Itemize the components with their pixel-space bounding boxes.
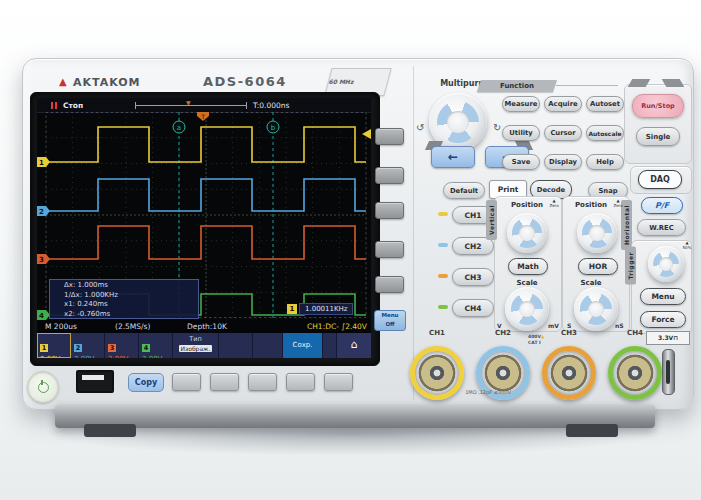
- vertical-scale-label: Scale: [496, 279, 558, 287]
- trace-ch2: [46, 179, 366, 211]
- device-base: [55, 404, 655, 428]
- screen-softkey-1[interactable]: [375, 128, 404, 145]
- menu-type-cell[interactable]: Тип Изображ.: [173, 333, 219, 358]
- ch4-button[interactable]: CH4: [452, 299, 494, 317]
- pass-fail-button[interactable]: P/F: [641, 197, 683, 214]
- probe-comp-terminal[interactable]: [662, 349, 675, 395]
- svg-text:2: 2: [39, 208, 44, 216]
- bnc-ch3-label: CH3: [555, 329, 583, 337]
- svg-text:4: 4: [39, 312, 44, 320]
- ccw-arrow-icon: [416, 122, 424, 133]
- vertical-position-knob[interactable]: [507, 213, 547, 253]
- function-group-label: Function: [477, 80, 557, 92]
- model-number: ADS-6064: [203, 74, 287, 89]
- vertical-zero-label: Zero: [548, 199, 560, 208]
- default-button[interactable]: Default: [443, 182, 485, 199]
- ch4-color-mark: [438, 305, 448, 309]
- autoset-button[interactable]: Autoset: [586, 96, 624, 112]
- power-button[interactable]: [27, 371, 59, 403]
- channel1-status-cell[interactable]: 1 2.00V: [37, 333, 71, 358]
- input-impedance-spec: 1MΩ ,12pF ≤300V: [418, 389, 558, 395]
- ch3-button[interactable]: CH3: [452, 268, 494, 286]
- vertical-scale-knob[interactable]: [505, 287, 549, 331]
- copy-button[interactable]: Copy: [128, 373, 164, 392]
- screen-softkey-2[interactable]: [375, 167, 404, 184]
- cw-arrow-icon: [493, 122, 501, 133]
- acquire-button[interactable]: Acquire: [544, 96, 582, 112]
- channel2-status-cell[interactable]: 2 2.00V: [71, 333, 105, 358]
- trigger-menu-button[interactable]: Menu: [640, 288, 686, 305]
- hor-button[interactable]: HOR: [578, 258, 618, 275]
- ch2-scale: 2.00V: [74, 355, 104, 358]
- ch1-scale: 2.00V: [40, 355, 70, 358]
- frequency-counter: 1 1.00011KHz: [287, 303, 353, 315]
- panel-tab-decoration: [662, 79, 685, 87]
- menu-empty-cell: [323, 333, 337, 358]
- bnc-ch4[interactable]: [608, 346, 662, 400]
- bnc-ch4-label: CH4: [621, 329, 649, 337]
- trigger-force-button[interactable]: Force: [640, 311, 686, 328]
- svg-text:b: b: [271, 124, 276, 132]
- horizontal-scale-knob[interactable]: [574, 287, 618, 331]
- ch3-badge: 3: [108, 344, 116, 352]
- cursor-x1: x1: 0.240ms: [64, 300, 198, 310]
- screen-softkey-5[interactable]: [375, 276, 404, 293]
- menu-save-cell[interactable]: Сохр.: [283, 333, 323, 358]
- trigger-position-marker-mini: ▼: [186, 99, 191, 106]
- horizontal-position-knob[interactable]: [577, 213, 617, 253]
- help-button[interactable]: Help: [586, 154, 624, 170]
- save-button[interactable]: Save: [502, 154, 540, 170]
- ch4-scale: 2.00V: [142, 355, 172, 358]
- channel4-status-cell[interactable]: 4 2.00V: [139, 333, 173, 358]
- ch1-color-mark: [438, 212, 448, 216]
- freq-counter-value: 1.00011KHz: [299, 303, 353, 315]
- waveform-record-button[interactable]: W.REC: [637, 219, 686, 236]
- channel3-status-cell[interactable]: 3 2.00V: [105, 333, 139, 358]
- daq-button[interactable]: DAQ: [638, 170, 682, 189]
- power-icon: [38, 382, 49, 393]
- utility-button[interactable]: Utility: [502, 125, 540, 141]
- usb-port[interactable]: [76, 370, 114, 393]
- menu-softkey-4[interactable]: [286, 373, 315, 391]
- autoscale-button[interactable]: Autoscale: [586, 125, 624, 141]
- depth-readout: Depth:10K: [187, 322, 227, 331]
- menu-softkey-5[interactable]: [324, 373, 353, 391]
- trace-ch3: [46, 226, 366, 259]
- cursor-button[interactable]: Cursor: [544, 125, 582, 141]
- cursor-dx: Δx: 1.000ms: [64, 281, 198, 291]
- screen-softkey-4[interactable]: [375, 241, 404, 258]
- trigger-level-knob[interactable]: [648, 246, 684, 282]
- math-button[interactable]: Math: [508, 258, 548, 275]
- timebase-readout: M 200us: [45, 322, 77, 331]
- menu-type-label: Тип: [189, 335, 201, 343]
- ch2-badge: 2: [74, 344, 82, 352]
- trigger-time-readout: T:0.000ns: [253, 101, 289, 110]
- menu-off-button[interactable]: Menu Off: [374, 310, 406, 331]
- device-foot-right: [566, 424, 618, 437]
- measure-button[interactable]: Measure: [502, 96, 540, 112]
- display-button[interactable]: Display: [544, 154, 582, 170]
- menu-softkey-2[interactable]: [210, 373, 239, 391]
- seconds-label: S: [567, 322, 571, 329]
- run-state-text: Стоп: [63, 101, 83, 110]
- screen-status-bar: Стоп ▼ T:0.000ns: [37, 98, 371, 113]
- left-arrow-button[interactable]: ←: [431, 146, 475, 168]
- svg-text:a: a: [177, 124, 181, 132]
- run-stop-button[interactable]: Run/Stop: [632, 94, 684, 118]
- home-icon[interactable]: ⌂: [337, 333, 371, 358]
- probe-comp-label: 3.3V⊓: [646, 331, 690, 345]
- menu-softkey-3[interactable]: [248, 373, 277, 391]
- volts-label: V: [497, 322, 502, 329]
- ch1-badge: 1: [40, 344, 48, 352]
- svg-text:1: 1: [39, 159, 44, 167]
- logo-triangle-icon: ▲: [59, 76, 67, 87]
- ch3-scale: 2.00V: [108, 355, 138, 358]
- svg-text:T: T: [200, 113, 205, 120]
- menu-softkey-1[interactable]: [172, 373, 201, 391]
- trigger-group-tab: Trigger: [625, 247, 636, 285]
- trigger-readout: CH1:DC- ∫2.40V: [307, 322, 367, 331]
- brand-logo: AKTAKOM: [73, 76, 141, 89]
- screen-softkey-3[interactable]: [375, 202, 404, 219]
- single-button[interactable]: Single: [636, 127, 680, 146]
- cursor-inv-dx: 1/Δx: 1.000KHz: [64, 291, 198, 301]
